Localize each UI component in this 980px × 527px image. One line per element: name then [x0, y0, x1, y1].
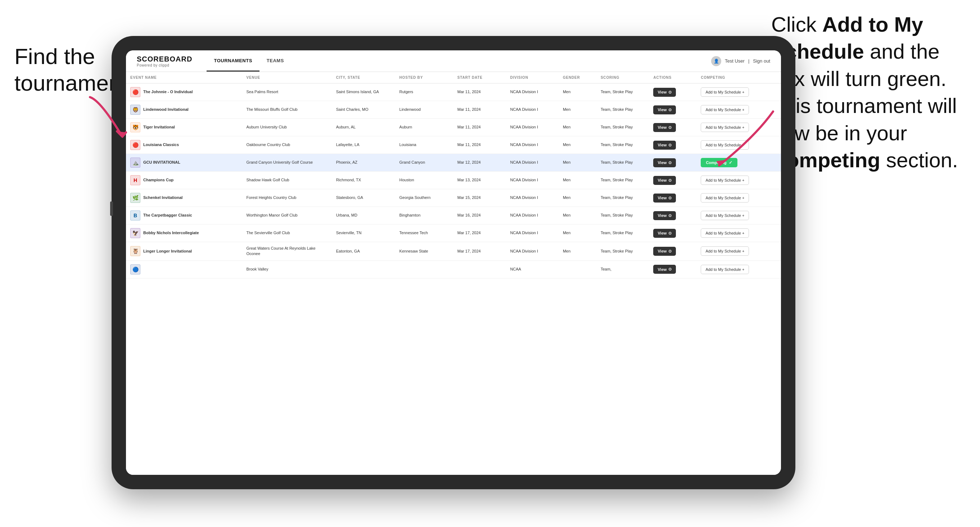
add-schedule-button[interactable]: Add to My Schedule + — [701, 193, 749, 203]
signout-link[interactable]: Sign out — [753, 58, 770, 63]
venue-cell: Oakbourne Country Club — [242, 137, 331, 154]
actions-cell: View ⊙ — [649, 101, 697, 119]
add-schedule-button[interactable]: Add to My Schedule + — [701, 87, 749, 97]
add-schedule-button[interactable]: Add to My Schedule + — [701, 265, 749, 274]
gender-cell: Men — [558, 171, 597, 189]
col-header-event: EVENT NAME — [126, 72, 242, 83]
division-cell: NCAA Division I — [506, 154, 558, 171]
event-name-cell: 🌿 Schenkel Invitational — [130, 193, 237, 203]
view-button[interactable]: View ⊙ — [653, 141, 676, 150]
tab-teams[interactable]: TEAMS — [259, 50, 291, 71]
gender-cell: Men — [558, 189, 597, 207]
col-header-actions: ACTIONS — [649, 72, 697, 83]
add-schedule-button[interactable]: Add to My Schedule + — [701, 229, 749, 238]
team-logo: 🌿 — [130, 193, 140, 203]
view-button[interactable]: View ⊙ — [653, 158, 676, 167]
division-cell: NCAA — [506, 260, 558, 278]
competing-cell: Add to My Schedule + — [697, 83, 781, 101]
view-button[interactable]: View ⊙ — [653, 194, 676, 203]
add-schedule-button[interactable]: Add to My Schedule + — [701, 105, 749, 114]
scoring-cell: Team, Stroke Play — [597, 83, 649, 101]
team-logo: ⛰️ — [130, 157, 140, 168]
scoreboard-logo: SCOREBOARD Powered by clippd — [137, 55, 192, 67]
gender-cell: Men — [558, 83, 597, 101]
view-button[interactable]: View ⊙ — [653, 105, 676, 114]
col-header-hosted: HOSTED BY — [395, 72, 453, 83]
actions-cell: View ⊙ — [649, 242, 697, 261]
view-button[interactable]: View ⊙ — [653, 123, 676, 132]
actions-cell: View ⊙ — [649, 189, 697, 207]
event-name-cell: B The Carpetbagger Classic — [130, 210, 237, 221]
gender-cell — [558, 260, 597, 278]
event-name: Lindenwood Invitational — [143, 107, 189, 112]
add-schedule-button[interactable]: Add to My Schedule + — [701, 176, 749, 185]
event-name-cell: 🔴 The Johnnie - O Individual — [130, 87, 237, 97]
view-icon: ⊙ — [668, 160, 671, 165]
view-icon: ⊙ — [668, 231, 671, 236]
table-header-row: EVENT NAME VENUE CITY, STATE HOSTED BY S… — [126, 72, 781, 83]
add-schedule-label: Add to My Schedule + — [705, 267, 744, 271]
gender-cell: Men — [558, 154, 597, 171]
venue-cell: Auburn University Club — [242, 119, 331, 137]
event-name-cell: 🔴 Louisiana Classics — [130, 140, 237, 150]
division-cell: NCAA Division I — [506, 83, 558, 101]
table-row: 🌿 Schenkel Invitational Forest Heights C… — [126, 189, 781, 207]
gender-cell: Men — [558, 242, 597, 261]
view-button[interactable]: View ⊙ — [653, 229, 676, 238]
nav-tabs: TOURNAMENTS TEAMS — [207, 50, 291, 71]
view-button[interactable]: View ⊙ — [653, 88, 676, 97]
team-logo: 🦁 — [130, 105, 140, 115]
venue-cell: The Sevierville Golf Club — [242, 224, 331, 242]
view-icon: ⊙ — [668, 178, 671, 183]
col-header-city: CITY, STATE — [332, 72, 395, 83]
tournaments-table: EVENT NAME VENUE CITY, STATE HOSTED BY S… — [126, 72, 781, 278]
add-schedule-button[interactable]: Add to My Schedule + — [701, 140, 749, 150]
event-name-cell: 🦁 Lindenwood Invitational — [130, 105, 237, 115]
scoring-cell: Team, Stroke Play — [597, 207, 649, 224]
add-schedule-button[interactable]: Add to My Schedule + — [701, 246, 749, 256]
logo-subtitle: Powered by clippd — [137, 63, 192, 67]
city-cell: Urbana, MD — [332, 207, 395, 224]
add-schedule-label: Add to My Schedule + — [705, 90, 744, 94]
competing-cell: Add to My Schedule + — [697, 207, 781, 224]
scoring-cell: Team, Stroke Play — [597, 189, 649, 207]
view-button[interactable]: View ⊙ — [653, 211, 676, 220]
view-button[interactable]: View ⊙ — [653, 247, 676, 256]
tab-tournaments[interactable]: TOURNAMENTS — [207, 50, 259, 71]
add-schedule-label: Add to My Schedule + — [705, 143, 744, 147]
competing-cell: Add to My Schedule + — [697, 137, 781, 154]
venue-cell: Worthington Manor Golf Club — [242, 207, 331, 224]
team-logo: 🦉 — [130, 246, 140, 256]
actions-cell: View ⊙ — [649, 137, 697, 154]
view-button[interactable]: View ⊙ — [653, 176, 676, 185]
scoring-cell: Team, Stroke Play — [597, 242, 649, 261]
scoring-cell: Team, Stroke Play — [597, 154, 649, 171]
add-schedule-button[interactable]: Add to My Schedule + — [701, 123, 749, 132]
event-name-cell: 🦉 Linger Longer Invitational — [130, 246, 237, 256]
table-row: 🔵 Brook ValleyNCAATeam, View ⊙ Add to My… — [126, 260, 781, 278]
scoring-cell: Team, Stroke Play — [597, 137, 649, 154]
event-name: Schenkel Invitational — [143, 195, 183, 200]
competing-cell: Competing ✓ — [697, 154, 781, 171]
actions-cell: View ⊙ — [649, 224, 697, 242]
col-header-competing: COMPETING — [697, 72, 781, 83]
view-icon: ⊙ — [668, 125, 671, 130]
table-body: 🔴 The Johnnie - O Individual Sea Palms R… — [126, 83, 781, 278]
city-cell: Statesboro, GA — [332, 189, 395, 207]
scoring-cell: Team, Stroke Play — [597, 171, 649, 189]
team-logo: 🔴 — [130, 87, 140, 97]
competing-cell: Add to My Schedule + — [697, 260, 781, 278]
add-schedule-label: Add to My Schedule + — [705, 178, 744, 183]
team-logo: H — [130, 175, 140, 185]
add-schedule-button[interactable]: Add to My Schedule + — [701, 211, 749, 220]
table-row: 🦉 Linger Longer Invitational Great Water… — [126, 242, 781, 261]
actions-cell: View ⊙ — [649, 171, 697, 189]
competing-button[interactable]: Competing ✓ — [701, 158, 737, 167]
view-button[interactable]: View ⊙ — [653, 265, 676, 274]
add-schedule-label: Add to My Schedule + — [705, 125, 744, 130]
event-name-cell: ⛰️ GCU INVITATIONAL — [130, 157, 237, 168]
venue-cell: Great Waters Course At Reynolds Lake Oco… — [242, 242, 331, 261]
gender-cell: Men — [558, 207, 597, 224]
start-date-cell: Mar 11, 2024 — [453, 101, 506, 119]
col-header-division: DIVISION — [506, 72, 558, 83]
